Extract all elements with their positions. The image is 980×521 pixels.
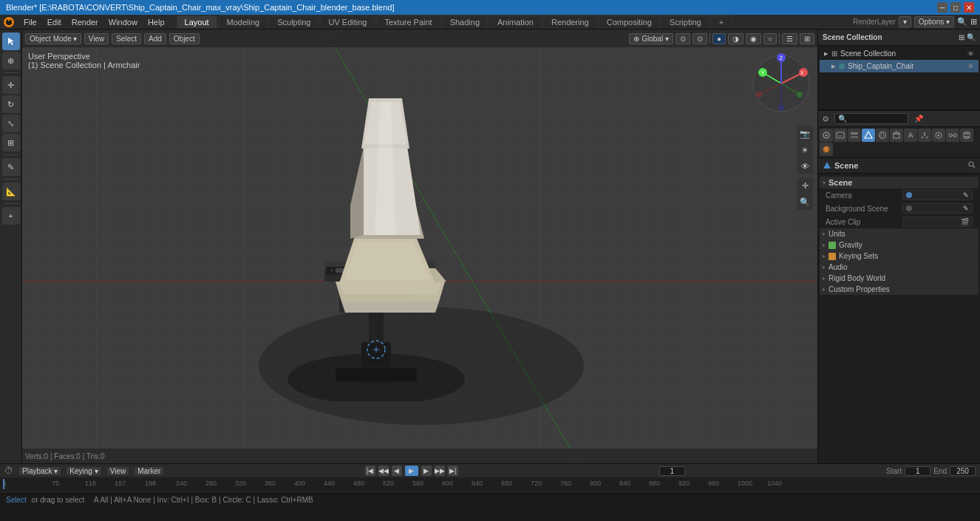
marker-dropdown[interactable]: Marker	[135, 467, 163, 475]
options-button[interactable]: Options ▾	[914, 16, 954, 27]
current-frame-box[interactable]: 1	[659, 466, 685, 476]
outliner-item-ship-chair[interactable]: ▸ ⊞ Ship_Captain_Chair 👁	[820, 60, 979, 72]
section-units-header[interactable]: ▸ Units	[820, 228, 979, 239]
keying-dropdown[interactable]: Keying ▾	[67, 467, 101, 475]
prop-tab-scene[interactable]	[862, 129, 875, 142]
camera-edit-icon[interactable]: ✎	[963, 191, 969, 199]
tool-rotate[interactable]: ↻	[2, 95, 20, 113]
vp-icon-light[interactable]: ☀	[797, 142, 813, 158]
menu-render[interactable]: Render	[67, 17, 103, 27]
end-frame-box[interactable]: 250	[950, 466, 976, 476]
tab-scripting[interactable]: Scripting	[661, 16, 710, 28]
material-btn[interactable]: ◉	[746, 33, 761, 44]
tab-shading[interactable]: Shading	[442, 16, 488, 28]
viewport-select-btn[interactable]: Select	[112, 33, 141, 44]
vp-icon-move[interactable]: ✛	[797, 177, 813, 194]
gizmo-btn[interactable]: ⊞	[800, 33, 814, 44]
ship-chair-eye-icon[interactable]: 👁	[967, 63, 974, 70]
outliner-search-icon[interactable]: 🔍	[967, 33, 976, 41]
viewport-object-btn[interactable]: Object	[169, 33, 200, 44]
timeline-icon[interactable]: ⏱	[4, 466, 13, 476]
render-layer-dropdown[interactable]: ▾	[899, 16, 911, 27]
tab-layout[interactable]: Layout	[177, 16, 217, 28]
vp-icon-zoom[interactable]: 🔍	[797, 194, 813, 210]
minimize-button[interactable]: ─	[937, 2, 947, 13]
tab-modeling[interactable]: Modeling	[219, 16, 268, 28]
tool-transform[interactable]: ⊞	[2, 134, 20, 151]
section-gravity-header[interactable]: ▸ Gravity	[820, 239, 979, 251]
tool-add[interactable]: +	[2, 207, 20, 225]
properties-search[interactable]	[834, 113, 908, 124]
vp-icon-view[interactable]: 👁	[797, 158, 813, 174]
eye-icon[interactable]: 👁	[967, 50, 974, 58]
search-icon[interactable]: 🔍	[957, 17, 967, 27]
section-custom-props-header[interactable]: ▸ Custom Properties	[820, 284, 979, 295]
prop-tab-constraints[interactable]	[946, 129, 959, 142]
wireframe-btn[interactable]: ●	[712, 33, 726, 44]
tab-sculpting[interactable]: Sculpting	[269, 16, 319, 28]
prop-tab-particles[interactable]	[918, 129, 931, 142]
viewport[interactable]: Object Mode ▾ View Select Add Object ⊕ G…	[22, 30, 817, 463]
outliner-filter-icon[interactable]: ⊞	[959, 33, 964, 41]
playback-dropdown[interactable]: Playback ▾	[19, 467, 61, 475]
maximize-button[interactable]: □	[950, 2, 961, 13]
prev-frame-btn[interactable]: ◀	[392, 466, 402, 476]
prop-tab-data[interactable]	[960, 129, 973, 142]
start-frame-box[interactable]: 1	[905, 466, 930, 476]
global-dropdown[interactable]: ⊕ Global ▾	[629, 33, 673, 44]
snap-btn[interactable]: ⊙	[676, 33, 690, 44]
prop-tab-material[interactable]	[820, 143, 833, 156]
proportional-btn[interactable]: ⊙	[693, 33, 707, 44]
prop-tab-world[interactable]	[876, 129, 889, 142]
section-keying-sets-header[interactable]: ▸ Keying Sets	[820, 251, 979, 262]
tool-measure[interactable]: 📐	[2, 183, 20, 200]
tab-add[interactable]: +	[711, 16, 732, 28]
nav-gizmo[interactable]: X Y Z	[748, 50, 814, 117]
menu-edit[interactable]: Edit	[43, 17, 66, 27]
prop-tab-object[interactable]	[890, 129, 903, 142]
menu-window[interactable]: Window	[104, 17, 142, 27]
camera-value[interactable]: ✎	[902, 190, 973, 200]
next-frame-btn[interactable]: ▶	[421, 466, 432, 476]
tab-uv-editing[interactable]: UV Editing	[320, 16, 375, 28]
tool-annotate[interactable]: ✎	[2, 158, 20, 176]
prop-pin-icon[interactable]: 📌	[914, 115, 923, 123]
prop-tab-output[interactable]	[834, 129, 847, 142]
timeline-ruler[interactable]: 1 75 116 157 198 240 280 320 360 400 440…	[0, 477, 980, 491]
menu-help[interactable]: Help	[143, 17, 169, 27]
tl-view-dropdown[interactable]: View	[107, 467, 129, 475]
viewport-view-btn[interactable]: View	[84, 33, 109, 44]
tool-cursor[interactable]: ⊕	[2, 52, 20, 69]
tab-rendering[interactable]: Rendering	[543, 16, 597, 28]
tab-animation[interactable]: Animation	[489, 16, 542, 28]
bg-edit-icon[interactable]: ✎	[963, 205, 969, 212]
vp-icon-camera[interactable]: 📷	[797, 126, 813, 142]
filter-icon[interactable]: ⊞	[970, 17, 977, 27]
prop-tab-modifier[interactable]	[904, 129, 917, 142]
jump-start-btn[interactable]: |◀	[365, 466, 375, 476]
close-button[interactable]: ✕	[964, 2, 974, 13]
active-clip-value[interactable]: 🎬	[902, 217, 973, 227]
play-btn[interactable]: ▶	[405, 466, 418, 476]
prev-keyframe-btn[interactable]: ◀◀	[378, 466, 389, 476]
section-rigid-body-header[interactable]: ▸ Rigid Body World	[820, 273, 979, 284]
tab-compositing[interactable]: Compositing	[599, 16, 660, 28]
tool-move[interactable]: ✛	[2, 76, 20, 94]
clip-icon[interactable]: 🎬	[961, 218, 969, 225]
object-mode-dropdown[interactable]: Object Mode ▾	[25, 33, 81, 44]
prop-tab-render[interactable]	[820, 129, 833, 142]
tab-texture-paint[interactable]: Texture Paint	[376, 16, 440, 28]
section-scene-header[interactable]: ▾ Scene	[820, 177, 979, 188]
jump-end-btn[interactable]: ▶|	[448, 466, 458, 476]
prop-tab-physics[interactable]	[932, 129, 945, 142]
bg-scene-value[interactable]: ✎	[902, 203, 973, 214]
outliner-item-scene-collection[interactable]: ▸ ⊞ Scene Collection 👁	[820, 47, 979, 60]
menu-file[interactable]: File	[19, 17, 41, 27]
viewport-add-btn[interactable]: Add	[144, 33, 166, 44]
rendered-btn[interactable]: ○	[763, 33, 777, 44]
overlay-btn[interactable]: ☰	[782, 33, 797, 44]
next-keyframe-btn[interactable]: ▶▶	[435, 466, 445, 476]
section-audio-header[interactable]: ▸ Audio	[820, 262, 979, 273]
prop-tab-viewlayer[interactable]	[848, 129, 861, 142]
tool-scale[interactable]: ⤡	[2, 115, 20, 132]
